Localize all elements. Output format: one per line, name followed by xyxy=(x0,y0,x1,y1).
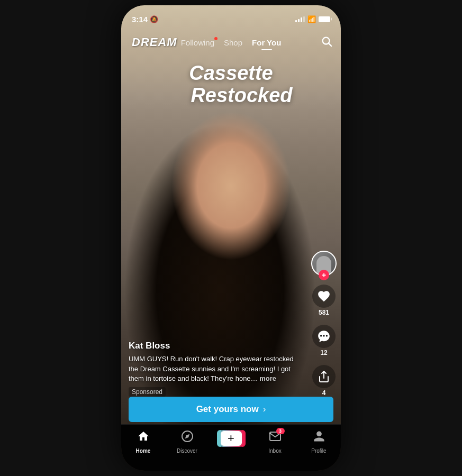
signal-bars xyxy=(295,16,305,22)
comment-count: 12 xyxy=(320,349,327,356)
create-button[interactable]: + xyxy=(219,430,243,447)
signal-bar-1 xyxy=(295,20,297,22)
svg-marker-10 xyxy=(185,434,189,438)
home-icon xyxy=(137,430,150,446)
battery-icon xyxy=(319,16,330,22)
tab-shop[interactable]: Shop xyxy=(224,38,242,47)
signal-bar-2 xyxy=(298,19,300,22)
nav-item-discover[interactable]: Discover xyxy=(171,430,203,454)
more-button[interactable]: more xyxy=(259,374,276,382)
brand-line1: Cassette xyxy=(121,62,341,85)
svg-point-7 xyxy=(326,335,328,336)
nav-item-inbox[interactable]: 3 Inbox xyxy=(259,430,291,454)
heart-icon xyxy=(312,285,336,308)
like-count: 581 xyxy=(319,309,329,316)
profile-icon xyxy=(313,430,325,446)
sponsored-badge: Sponsored xyxy=(129,387,166,397)
status-time: 3:14 🔕 xyxy=(132,15,158,24)
nav-bar: DREAM Following Shop For You xyxy=(121,29,341,56)
bottom-info: Kat Bloss UMM GUYS! Run don't walk! Crap… xyxy=(129,341,304,397)
cta-arrow: › xyxy=(263,404,266,415)
cta-label: Get yours now xyxy=(196,404,259,415)
discover-icon xyxy=(181,430,194,446)
nav-logo-area: DREAM xyxy=(132,35,177,49)
wifi-icon: 📶 xyxy=(307,15,316,23)
status-bar: 3:14 🔕 📶 xyxy=(121,5,341,29)
brand-line2: Restocked xyxy=(142,85,341,107)
share-count: 4 xyxy=(322,389,326,397)
inbox-badge: 3 xyxy=(276,428,285,434)
comment-icon xyxy=(312,325,336,348)
inbox-label: Inbox xyxy=(268,448,281,454)
home-label: Home xyxy=(136,448,151,454)
creator-avatar-container[interactable]: + xyxy=(311,251,337,276)
svg-point-6 xyxy=(323,335,324,336)
dream-logo: DREAM xyxy=(132,35,177,49)
tab-following[interactable]: Following xyxy=(181,38,214,47)
video-description: UMM GUYS! Run don't walk! Crap eyewear r… xyxy=(129,354,304,383)
bottom-nav: Home Discover + 3 xyxy=(121,424,341,471)
nav-item-profile[interactable]: Profile xyxy=(303,430,335,454)
follow-plus-button[interactable]: + xyxy=(319,270,329,280)
share-button[interactable]: 4 xyxy=(312,365,336,397)
discover-label: Discover xyxy=(177,448,197,454)
signal-bar-3 xyxy=(301,17,302,22)
svg-point-5 xyxy=(320,335,322,336)
nav-item-create[interactable]: + xyxy=(215,430,247,447)
mute-icon: 🔕 xyxy=(150,15,158,23)
battery-fill xyxy=(319,17,327,22)
profile-label: Profile xyxy=(311,448,326,454)
phone-frame: 3:14 🔕 📶 DREAM Following Shop For You xyxy=(121,5,341,471)
like-button[interactable]: 581 xyxy=(312,285,336,316)
tab-for-you[interactable]: For You xyxy=(252,38,281,47)
cta-container: Get yours now › xyxy=(129,397,333,422)
inbox-icon: 3 xyxy=(269,430,282,446)
right-sidebar: + 581 12 xyxy=(311,251,337,397)
svg-line-1 xyxy=(329,43,331,46)
comment-button[interactable]: 12 xyxy=(312,325,336,356)
status-icons: 📶 xyxy=(295,15,330,23)
share-icon xyxy=(312,365,336,388)
time-display: 3:14 xyxy=(132,15,148,24)
nav-item-home[interactable]: Home xyxy=(128,430,159,454)
creator-name: Kat Bloss xyxy=(129,341,304,351)
plus-inner: + xyxy=(221,431,242,446)
brand-overlay: Cassette Restocked xyxy=(121,62,341,107)
cta-button[interactable]: Get yours now › xyxy=(129,397,333,422)
nav-tabs: Following Shop For You xyxy=(181,38,282,47)
search-button[interactable] xyxy=(321,35,332,50)
signal-bar-4 xyxy=(303,16,305,22)
battery-nub xyxy=(331,18,332,21)
